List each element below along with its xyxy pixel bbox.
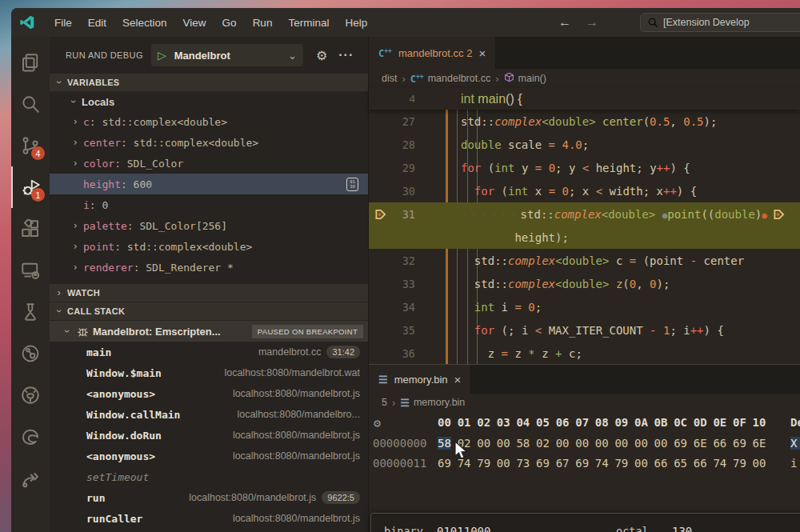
variable-row-i[interactable]: i: 0 bbox=[50, 194, 368, 215]
menu-selection[interactable]: Selection bbox=[114, 14, 175, 32]
watch-section-header[interactable]: › WATCH bbox=[50, 284, 368, 302]
hex-byte[interactable]: 69 bbox=[438, 457, 451, 470]
code-line-27[interactable]: 27std::complex<double> center(0.5, 0.5); bbox=[369, 110, 800, 133]
hex-byte[interactable]: 69 bbox=[536, 457, 550, 470]
sticky-scroll-line[interactable]: 4 int main() { bbox=[369, 88, 800, 110]
hex-byte[interactable]: 00 bbox=[634, 457, 648, 470]
hex-byte[interactable]: 00 bbox=[634, 437, 648, 450]
stack-frame-row[interactable]: <anonymous>localhost:8080/mandelbrot.js bbox=[50, 446, 368, 466]
stack-frame-row[interactable]: Window.callMainlocalhost:8080/mandelbro.… bbox=[50, 404, 368, 425]
breadcrumb-item[interactable]: C++mandelbrot.cc bbox=[410, 73, 490, 85]
breadcrumb-item[interactable]: 5 bbox=[382, 397, 387, 408]
stack-frame-row[interactable]: runCallerlocalhost:8080/mandelbrot.js bbox=[50, 508, 368, 529]
activity-share-icon[interactable] bbox=[11, 458, 50, 499]
hex-byte[interactable]: 66 bbox=[713, 437, 726, 450]
code-line-34[interactable]: 34 int i = 0; bbox=[369, 295, 800, 318]
hex-byte[interactable]: 73 bbox=[516, 457, 530, 470]
debug-session-row[interactable]: › Mandelbrot: Emscripten... PAUSED ON BR… bbox=[50, 321, 368, 342]
hex-byte[interactable]: 58 bbox=[438, 437, 451, 450]
activity-search-icon[interactable] bbox=[11, 83, 50, 125]
paused-breakpoint-icon[interactable] bbox=[369, 209, 393, 220]
breadcrumb-item[interactable]: main() bbox=[504, 72, 546, 85]
more-actions-icon[interactable]: ··· bbox=[338, 48, 354, 62]
code-line-31[interactable]: 31······std::complex<double> ●point((dou… bbox=[369, 202, 800, 226]
variables-section-header[interactable]: › VARIABLES bbox=[50, 74, 368, 91]
variable-row-renderer[interactable]: ›renderer: SDL_Renderer * bbox=[50, 257, 368, 278]
menu-file[interactable]: File bbox=[46, 14, 80, 32]
variable-row-color[interactable]: ›color: SDL_Color bbox=[50, 153, 368, 174]
launch-config-dropdown[interactable]: ▷ Mandelbrot ⌄ bbox=[151, 44, 303, 66]
hex-byte[interactable]: 00 bbox=[595, 437, 609, 450]
decoded-char[interactable]: X bbox=[790, 437, 800, 450]
activity-remote-explorer-icon[interactable] bbox=[11, 250, 50, 291]
call-stack-section-header[interactable]: › CALL STACK bbox=[50, 302, 368, 320]
activity-extensions-icon[interactable] bbox=[11, 208, 50, 250]
activity-run-and-debug-icon[interactable]: 1 bbox=[11, 166, 50, 208]
hex-byte[interactable]: 66 bbox=[694, 457, 707, 470]
back-arrow-icon[interactable]: ← bbox=[558, 15, 571, 30]
code-line-30[interactable]: 30 for (int x = 0; x < width; x++) { bbox=[369, 179, 800, 202]
start-debug-icon[interactable]: ▷ bbox=[158, 49, 166, 62]
code-line-36[interactable]: 36 z = z * z + c; bbox=[369, 342, 800, 364]
stack-frame-row[interactable]: setTimeout bbox=[50, 466, 368, 487]
hex-byte[interactable]: 79 bbox=[614, 457, 628, 470]
hex-byte[interactable]: 69 bbox=[575, 457, 589, 470]
hex-byte[interactable]: 74 bbox=[595, 457, 609, 470]
menu-run[interactable]: Run bbox=[245, 14, 281, 32]
activity-source-control-icon[interactable]: 4 bbox=[11, 125, 50, 166]
tab-memory-bin[interactable]: ☰ memory.bin × bbox=[369, 365, 471, 394]
code-line-28[interactable]: 28double scale = 4.0; bbox=[369, 133, 800, 156]
variable-row-c[interactable]: ›c: std::complex<double> bbox=[50, 111, 368, 132]
code-line-wrap[interactable]: height); bbox=[369, 226, 800, 249]
debug-settings-gear-icon[interactable]: ⚙ bbox=[316, 48, 327, 63]
menu-edit[interactable]: Edit bbox=[80, 14, 114, 32]
binary-view-icon[interactable]: 0110 bbox=[346, 178, 358, 191]
tab-mandelbrot-cc[interactable]: C++ mandelbrot.cc 2 × bbox=[369, 37, 496, 69]
variable-row-center[interactable]: ›center: std::complex<double> bbox=[50, 132, 368, 153]
breadcrumb-item[interactable]: ☰memory.bin bbox=[400, 397, 465, 409]
hex-byte[interactable]: 58 bbox=[516, 437, 530, 450]
activity-github-icon[interactable] bbox=[11, 374, 50, 416]
hex-byte[interactable]: 00 bbox=[753, 457, 766, 470]
stack-frame-row[interactable]: Window.doRunlocalhost:8080/mandelbrot.js bbox=[50, 425, 368, 446]
menu-go[interactable]: Go bbox=[214, 14, 245, 32]
activity-test-beaker-icon[interactable] bbox=[11, 291, 50, 333]
hex-byte[interactable]: 00 bbox=[654, 437, 668, 450]
hex-byte[interactable]: 00 bbox=[497, 437, 510, 450]
variable-row-point[interactable]: ›point: std::complex<double> bbox=[50, 236, 368, 257]
forward-arrow-icon[interactable]: → bbox=[586, 15, 598, 30]
decoded-char[interactable]: i bbox=[790, 457, 800, 470]
variable-row-height[interactable]: height: 6000110 bbox=[50, 174, 368, 194]
hex-byte[interactable]: 74 bbox=[713, 457, 726, 470]
menu-help[interactable]: Help bbox=[337, 14, 375, 32]
locals-scope[interactable]: › Locals bbox=[50, 92, 368, 111]
code-editor[interactable]: 27std::complex<double> center(0.5, 0.5);… bbox=[369, 110, 800, 364]
activity-edge-browser-icon[interactable] bbox=[11, 416, 50, 458]
hex-byte[interactable]: 00 bbox=[497, 457, 510, 470]
hex-view[interactable]: ⚙ 000102030405060708090A0B0C0D0E0F10 Dec… bbox=[369, 411, 800, 532]
menu-terminal[interactable]: Terminal bbox=[280, 14, 337, 32]
breadcrumb-item[interactable]: dist bbox=[382, 73, 397, 84]
hex-byte[interactable]: 6E bbox=[753, 437, 766, 450]
hex-byte[interactable]: 69 bbox=[674, 437, 687, 450]
hex-byte[interactable]: 69 bbox=[733, 437, 746, 450]
activity-files-icon[interactable] bbox=[11, 42, 50, 83]
stack-frame-row[interactable]: Window.$mainlocalhost:8080/mandelbrot.wa… bbox=[50, 362, 368, 383]
menu-view[interactable]: View bbox=[175, 14, 214, 32]
close-icon[interactable]: × bbox=[454, 373, 462, 386]
variable-row-palette[interactable]: ›palette: SDL_Color[256] bbox=[50, 215, 368, 236]
command-center-search[interactable]: [Extension Develop bbox=[640, 13, 800, 32]
hex-byte[interactable]: 67 bbox=[556, 457, 570, 470]
hex-byte[interactable]: 00 bbox=[556, 437, 570, 450]
close-icon[interactable]: × bbox=[478, 46, 486, 60]
code-line-29[interactable]: 29for (int y = 0; y < height; y++) { bbox=[369, 156, 800, 179]
stack-frame-row[interactable]: <anonymous>localhost:8080/mandelbrot.js bbox=[50, 383, 368, 404]
hex-byte[interactable]: 79 bbox=[477, 457, 490, 470]
code-line-35[interactable]: 35 for (; i < MAX_ITER_COUNT - 1; i++) { bbox=[369, 318, 800, 342]
hex-byte[interactable]: 66 bbox=[654, 457, 668, 470]
code-line-32[interactable]: 32 std::complex<double> c = (point - cen… bbox=[369, 249, 800, 272]
hex-byte[interactable]: 65 bbox=[674, 457, 687, 470]
hex-byte[interactable]: 02 bbox=[536, 437, 550, 450]
code-line-33[interactable]: 33 std::complex<double> z(0, 0); bbox=[369, 272, 800, 295]
stack-frame-row[interactable]: runlocalhost:8080/mandelbrot.js9622:5 bbox=[50, 487, 368, 508]
